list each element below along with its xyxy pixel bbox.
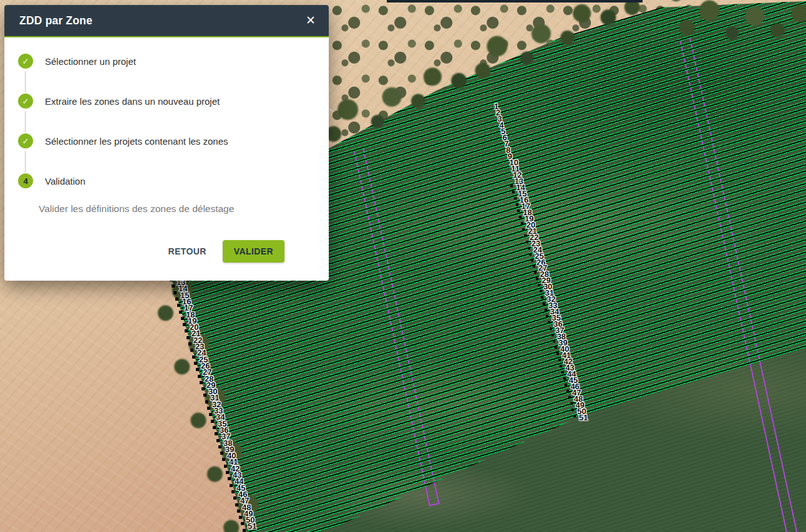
dialog-actions: RETOUR VALIDER <box>162 240 284 263</box>
dialog-title: ZDD par Zone <box>19 5 92 36</box>
app-window: 1234567891011121314151617181920212223242… <box>0 0 806 532</box>
step-connector <box>25 151 26 172</box>
step-connector <box>25 71 26 92</box>
step-select-zone-projects: ✓ Sélectionner les projets contenant les… <box>18 133 228 148</box>
dialog-header: ZDD par Zone ✕ <box>4 5 329 36</box>
step-select-project: ✓ Sélectionner un projet <box>18 54 136 69</box>
validation-description: Valider les définitions des zones de dél… <box>39 203 307 215</box>
step-label: Sélectionner un projet <box>45 56 136 67</box>
step-number-badge: 4 <box>18 173 33 188</box>
step-label: Extraire les zones dans un nouveau proje… <box>45 96 220 107</box>
step-connector <box>25 111 26 132</box>
step-label: Validation <box>45 176 85 186</box>
step-label: Sélectionner les projets contenant les z… <box>45 136 228 147</box>
retour-button[interactable]: RETOUR <box>162 241 213 261</box>
step-extract-zones: ✓ Extraire les zones dans un nouveau pro… <box>18 94 220 109</box>
header-accent-line <box>4 36 329 37</box>
valider-button[interactable]: VALIDER <box>223 240 284 263</box>
close-icon[interactable]: ✕ <box>303 13 318 28</box>
zdd-dialog: ZDD par Zone ✕ ✓ Sélectionner un projet … <box>4 5 329 281</box>
check-icon: ✓ <box>18 54 33 69</box>
check-icon: ✓ <box>18 133 33 148</box>
step-validation: 4 Validation <box>18 173 85 188</box>
map-dark-strip <box>387 0 643 2</box>
check-icon: ✓ <box>18 94 33 109</box>
